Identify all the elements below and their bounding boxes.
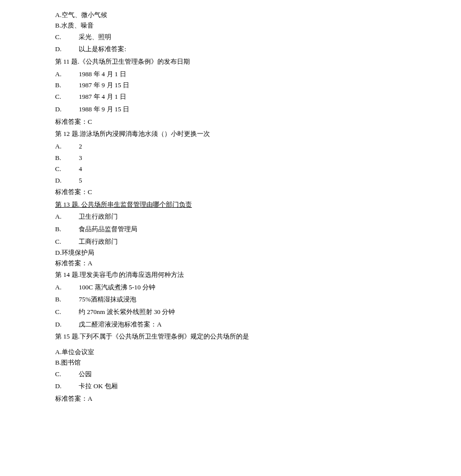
q10-option-b: B.水质、噪音 [55,21,406,31]
q12-d-label: D. [55,176,63,186]
q13-title: 第 13 题. 公共场所串生监督管理由哪个部门负责 [55,199,406,211]
q10-d-label: D. [55,43,63,56]
q15-option-d: D. 卡拉 OK 包厢 [55,380,406,393]
q11-d-text: 1988 年 9 月 15 日 [65,105,129,113]
q12-c-text: 4 [65,165,82,173]
q14-d-text: 戊二醛溶液浸泡标准答案：A [65,321,161,328]
q11-option-a: A. 1988 年 4 月 1 日 [55,68,406,81]
q12-d-text: 5 [65,177,82,184]
q13-c-text: 工商行政部门 [65,238,118,245]
q12-option-b: B. 3 [55,153,406,164]
q14-option-c: C. 约 270nm 波长紫外线照射 30 分钟 [55,306,406,319]
q10-c-text: 采光、照明 [65,33,111,41]
q10-option-d: D. 以上是标准答案: [55,43,406,56]
q12-b-label: B. [55,153,63,164]
q11-a-text: 1988 年 4 月 1 日 [65,70,126,78]
q13-option-b: B. 食品药品监督管理局 [55,223,406,236]
q13-option-d: D.环境保护局 [55,248,406,258]
q11-title: 第 11 题.《公共场所卫生管理条例》的发布日期 [55,56,406,68]
q12-option-d: D. 5 [55,176,406,186]
q12-title: 第 12 题.游泳场所内浸脚消毒池水须（）小时更换一次 [55,128,406,140]
q15-c-label: C. [55,368,63,381]
q11-c-label: C. [55,91,63,103]
q13-option-a: A. 卫生行政部门 [55,211,406,223]
q14-option-d: D. 戊二醛溶液浸泡标准答案：A [55,319,406,331]
q12-a-text: 2 [65,142,82,150]
q12-answer: 标准答案：C [55,186,406,199]
q12-a-label: A. [55,140,63,153]
q14-d-label: D. [55,319,63,331]
q10-c-label: C. [55,31,63,44]
q11-d-label: D. [55,103,63,116]
q12-option-a: A. 2 [55,140,406,153]
q14-b-label: B. [55,293,63,306]
q10-d-text: 以上是标准答案: [65,45,126,53]
q13-option-c: C. 工商行政部门 [55,236,406,248]
q12-b-text: 3 [65,154,82,162]
q14-option-b: B. 75%酒精湿抹或浸泡 [55,293,406,306]
q14-b-text: 75%酒精湿抹或浸泡 [65,295,136,303]
q14-title: 第 14 题.理发美容毛巾的消毒应选用何种方法 [55,269,406,281]
q13-title-prefix: 第 13 题. [55,201,80,208]
q11-option-d: D. 1988 年 9 月 15 日 [55,103,406,116]
q13-b-text: 食品药品监督管理局 [65,225,137,233]
q13-b-label: B. [55,223,63,236]
q15-answer: 标准答案：A [55,393,406,405]
q14-c-label: C. [55,306,63,319]
q11-c-text: 1987 年 4 月 1 日 [65,93,126,100]
q15-title: 第 15 题.下列不属于《公共场所卫生管理条例》规定的公共场所的是 [55,331,406,343]
q14-option-a: A. 100C 蒸汽或煮沸 5-10 分钟 [55,281,406,294]
q10-option-a: A.空气、微小气候 [55,10,406,21]
q11-b-text: 1987 年 9 月 15 日 [65,81,129,89]
q15-d-label: D. [55,380,63,393]
q15-d-text: 卡拉 OK 包厢 [65,382,117,390]
q13-title-link[interactable]: 公共场所串生监督管理由哪个部门负责 [80,201,192,208]
q13-answer: 标准答案：A [55,258,406,269]
q15-option-b: B.图书馆 [55,358,406,368]
q14-a-text: 100C 蒸汽或煮沸 5-10 分钟 [65,283,155,291]
q14-c-text: 约 270nm 波长紫外线照射 30 分钟 [65,308,175,315]
q11-answer: 标准答案：C [55,116,406,128]
q14-a-label: A. [55,281,63,294]
q11-b-label: B. [55,80,63,91]
q15-c-text: 公园 [65,370,92,378]
q13-a-text: 卫生行政部门 [65,213,118,220]
q15-option-a: A.单位会议室 [55,347,406,358]
q11-option-c: C. 1987 年 4 月 1 日 [55,91,406,103]
q12-option-c: C. 4 [55,163,406,176]
q12-c-label: C. [55,163,63,176]
q15-option-c: C. 公园 [55,368,406,381]
q10-option-c: C. 采光、照明 [55,31,406,44]
q11-a-label: A. [55,68,63,81]
q11-option-b: B. 1987 年 9 月 15 日 [55,80,406,91]
q13-c-label: C. [55,236,63,248]
q13-a-label: A. [55,211,63,223]
